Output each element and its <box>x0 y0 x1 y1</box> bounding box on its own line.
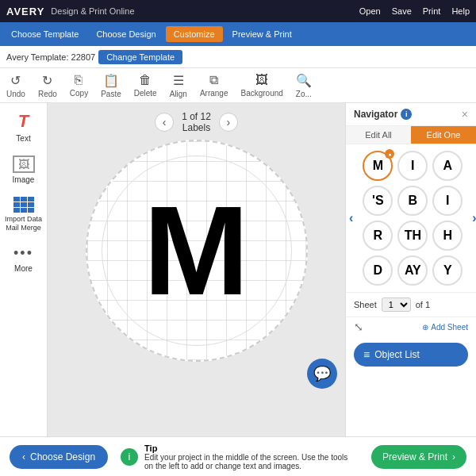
grid-icon <box>13 197 34 213</box>
undo-icon: ↺ <box>10 73 21 88</box>
redo-icon: ↻ <box>42 73 52 88</box>
chevron-right-icon: › <box>452 451 455 463</box>
label-grid-item[interactable]: H <box>432 221 463 251</box>
more-icon: ••• <box>13 245 33 262</box>
label-grid-item[interactable]: 'S <box>363 186 393 216</box>
stack-icon: ≡ <box>363 348 370 361</box>
bottom-bar: ‹ Choose Design i Tip Edit your project … <box>0 436 476 476</box>
add-sheet-icon: ⊕ <box>422 323 428 332</box>
sheet-selector: Sheet 1 of 1 <box>346 292 476 317</box>
paste-icon: 📋 <box>103 73 119 88</box>
choose-design-btn-top[interactable]: Choose Design <box>88 26 163 42</box>
object-list-btn[interactable]: ≡ Object List <box>354 343 468 367</box>
sheet-actions: ⤡ ⊕ Add Sheet <box>346 317 476 336</box>
left-panel: T Text 🖼 Image Import DataMail Merge •••… <box>0 103 48 436</box>
text-icon: T <box>18 111 29 132</box>
label-grid-item[interactable]: A <box>432 151 463 181</box>
more-tool[interactable]: ••• More <box>13 245 33 273</box>
canvas-letter: M <box>144 187 249 314</box>
align-btn[interactable]: ☰ Align <box>170 73 187 98</box>
navigator-close-btn[interactable]: × <box>462 108 468 121</box>
edit-one-tab[interactable]: Edit One <box>411 126 476 144</box>
copy-btn[interactable]: ⎘ Copy <box>70 73 88 98</box>
customize-btn[interactable]: Customize <box>166 26 223 42</box>
action-toolbar: ↺ Undo ↻ Redo ⎘ Copy 📋 Paste 🗑 Delete ☰ … <box>0 68 476 103</box>
change-template-btn[interactable]: Change Template <box>98 50 182 64</box>
main-content: T Text 🖼 Image Import DataMail Merge •••… <box>0 103 476 436</box>
delete-icon: 🗑 <box>139 73 152 87</box>
delete-btn[interactable]: 🗑 Delete <box>134 73 157 98</box>
top-nav: AVERY Design & Print Online Open Save Pr… <box>0 0 476 22</box>
navigator-header: Navigator i × <box>346 103 476 126</box>
canvas-area: ‹ 1 of 12 Labels › M <box>48 103 345 436</box>
preview-print-btn-top[interactable]: Preview & Print <box>225 26 300 42</box>
import-data-tool[interactable]: Import DataMail Merge <box>5 197 42 232</box>
label-grid-item[interactable]: I <box>432 186 463 216</box>
align-icon: ☰ <box>173 73 184 88</box>
save-link[interactable]: Save <box>392 6 412 16</box>
chevron-left-icon: ‹ <box>22 451 25 463</box>
design-print-link[interactable]: Design & Print Online <box>51 6 134 16</box>
label-grid-item[interactable]: I <box>397 151 428 181</box>
canvas-inner: M <box>102 155 292 346</box>
grid-prev-arrow[interactable]: ‹ <box>346 209 356 227</box>
avery-logo: AVERY <box>6 6 44 17</box>
undo-btn[interactable]: ↺ Undo <box>6 73 25 98</box>
navigator-title: Navigator i <box>354 109 412 120</box>
label-nav: ‹ 1 of 12 Labels › <box>155 111 238 133</box>
preview-print-bottom-btn[interactable]: Preview & Print › <box>371 445 466 469</box>
zoom-icon: 🔍 <box>296 73 312 88</box>
copy-icon: ⎘ <box>75 73 83 87</box>
tip-title: Tip <box>144 443 359 453</box>
chat-bubble-btn[interactable]: 💬 <box>307 359 337 389</box>
label-canvas[interactable]: M <box>86 140 308 362</box>
edit-tabs: Edit All Edit One <box>346 126 476 144</box>
choose-design-bottom-btn[interactable]: ‹ Choose Design <box>10 445 108 469</box>
navigator-info-icon[interactable]: i <box>401 109 412 120</box>
arrange-icon: ⧉ <box>209 73 218 87</box>
paste-btn[interactable]: 📋 Paste <box>101 73 121 98</box>
image-icon: 🖼 <box>13 155 35 173</box>
label-grid-wrapper: ‹ M●IA'SBIRTHHDAYY › <box>346 144 476 292</box>
label-grid: M●IA'SBIRTHHDAYY <box>356 144 469 292</box>
open-link[interactable]: Open <box>359 6 381 16</box>
text-tool[interactable]: T Text <box>16 111 30 143</box>
grid-next-arrow[interactable]: › <box>469 209 476 227</box>
expand-icon[interactable]: ⤡ <box>354 321 363 333</box>
label-grid-item[interactable]: Y <box>432 255 463 286</box>
print-link[interactable]: Print <box>423 6 441 16</box>
toolbar: Choose Template Choose Design Customize … <box>0 22 476 46</box>
template-bar: Avery Template: 22807 Change Template <box>0 46 476 68</box>
tip-area: i Tip Edit your project in the middle of… <box>108 443 371 470</box>
background-btn[interactable]: 🖼 Background <box>240 73 282 98</box>
label-grid-item[interactable]: B <box>397 186 428 216</box>
template-label: Avery Template: 22807 <box>6 52 95 62</box>
next-label-btn[interactable]: › <box>219 113 238 132</box>
image-tool[interactable]: 🖼 Image <box>13 155 35 184</box>
arrange-btn[interactable]: ⧉ Arrange <box>200 73 228 98</box>
label-grid-item[interactable]: R <box>363 221 393 251</box>
label-grid-item[interactable]: AY <box>397 255 428 286</box>
prev-label-btn[interactable]: ‹ <box>155 113 174 132</box>
add-sheet-btn[interactable]: ⊕ Add Sheet <box>422 323 468 332</box>
tip-content: Tip Edit your project in the middle of t… <box>144 443 359 470</box>
tip-text: Edit your project in the middle of the s… <box>144 453 359 470</box>
background-icon: 🖼 <box>255 73 268 87</box>
tip-icon: i <box>121 448 138 466</box>
redo-btn[interactable]: ↻ Redo <box>38 73 57 98</box>
label-grid-item[interactable]: TH <box>397 221 428 251</box>
edit-all-tab[interactable]: Edit All <box>346 126 411 144</box>
help-link[interactable]: Help <box>451 6 470 16</box>
label-grid-item[interactable]: D <box>363 255 393 286</box>
zoom-btn[interactable]: 🔍 Zo... <box>296 73 312 98</box>
sheet-select[interactable]: 1 <box>382 298 411 312</box>
right-panel: Navigator i × Edit All Edit One ‹ M●IA'S… <box>345 103 476 436</box>
label-grid-item[interactable]: M● <box>363 151 393 181</box>
label-count: 1 of 12 Labels <box>182 111 211 133</box>
choose-template-btn[interactable]: Choose Template <box>3 26 86 42</box>
